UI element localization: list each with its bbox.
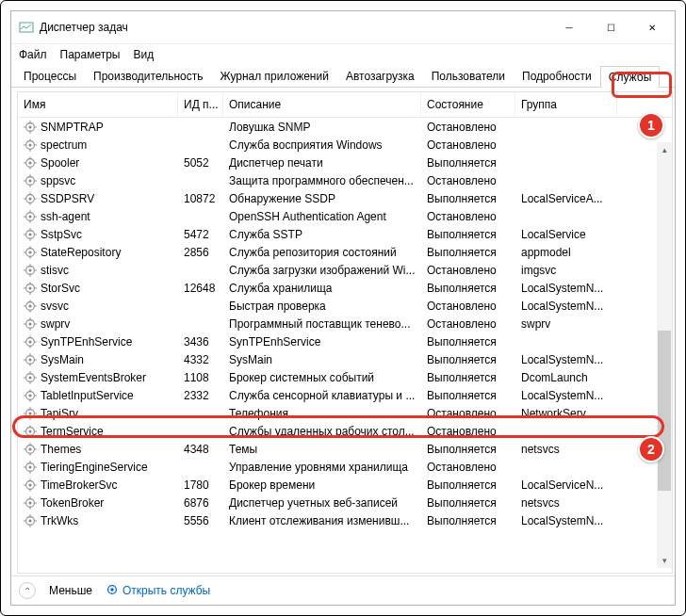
cell-name: sppsvc [41,174,75,187]
cell-description: Ловушка SNMP [223,121,421,134]
table-row[interactable]: SynTPEnhService3436SynTPEnhServiceВыполн… [18,332,672,350]
table-row[interactable]: svsvcБыстрая проверкаОстановленоLocalSys… [18,297,672,315]
svg-point-50 [28,268,31,271]
table-row[interactable]: SystemEventsBroker1108Брокер системных с… [18,368,672,386]
table-row[interactable]: TokenBroker6876Диспетчер учетных веб-зап… [18,494,672,511]
table-header: Имя ИД п... Описание Состояние Группа [18,92,672,118]
cell-pid: 10872 [178,192,223,205]
table-row[interactable]: SNMPTRAPЛовушка SNMPОстановлено [18,118,672,136]
cell-description: Быстрая проверка [223,300,421,313]
table-row[interactable]: StateRepository2856Служба репозитория со… [18,243,672,261]
service-icon [24,156,37,170]
menu-file[interactable]: Файл [19,46,47,63]
tab-services[interactable]: Службы [600,66,660,88]
table-row[interactable]: Themes4348ТемыВыполняетсяnetsvcs [18,440,672,458]
table-row[interactable]: TabletInputService2332Служба сенсорной к… [18,386,672,404]
cell-status: Выполняется [421,478,515,492]
col-description[interactable]: Описание [223,92,421,117]
tab-details[interactable]: Подробности [514,65,600,87]
cell-description: Защита программного обеспечен... [223,174,421,187]
cell-status: Выполняется [421,353,515,366]
service-icon [24,443,37,456]
table-row[interactable]: Spooler5052Диспетчер печатиВыполняется [18,154,672,171]
service-icon [24,478,37,492]
cell-group: NetworkServ... [515,407,617,420]
svg-point-98 [28,412,31,414]
table-row[interactable]: TapiSrvТелефонияОстановленоNetworkServ..… [18,404,672,422]
tab-processes[interactable]: Процессы [15,65,85,87]
svg-point-26 [28,197,31,200]
scroll-down-button[interactable]: ▾ [657,553,672,568]
table-row[interactable]: TimeBrokerSvc1780Брокер времениВыполняет… [18,476,672,494]
scroll-up-button[interactable]: ▴ [657,142,672,157]
table-row[interactable]: SysMain4332SysMainВыполняетсяLocalSystem… [18,350,672,368]
cell-name: StateRepository [41,246,121,259]
cell-group: LocalServiceN... [515,478,617,492]
fewer-details-button[interactable]: Меньше [49,584,92,597]
svg-point-104 [28,430,31,432]
table-row[interactable]: StorSvc12648Служба хранилищаВыполняетсяL… [18,279,672,297]
chevron-up-icon[interactable]: ⌃ [19,582,36,599]
svg-point-14 [28,161,31,164]
cell-status: Выполняется [421,496,515,510]
tab-startup[interactable]: Автозагрузка [337,65,423,87]
vertical-scrollbar[interactable]: ▴ ▾ [657,142,672,568]
table-row[interactable]: swprvПрограммный поставщик тенево...Оста… [18,315,672,332]
callout-badge-2: 2 [638,436,664,462]
cell-description: Брокер времени [223,478,421,492]
cell-description: Программный поставщик тенево... [223,317,421,331]
tab-users[interactable]: Пользователи [423,65,514,87]
cell-name: SNMPTRAP [41,121,104,134]
service-icon [24,192,37,205]
table-row[interactable]: sppsvcЗащита программного обеспечен...Ос… [18,171,672,189]
cell-group: LocalSystemN... [515,353,617,366]
col-group[interactable]: Группа [515,92,617,117]
minimize-button[interactable]: ─ [548,15,590,40]
menu-options[interactable]: Параметры [60,46,121,63]
close-button[interactable]: ✕ [631,15,673,40]
table-row[interactable]: TermServiceСлужбы удаленных рабочих стол… [18,422,672,440]
cell-description: Телефония [223,407,421,420]
table-row[interactable]: TieringEngineServiceУправление уровнями … [18,458,672,476]
scroll-thumb[interactable] [658,331,671,491]
cell-pid: 5472 [178,228,223,241]
cell-name: Themes [41,443,81,456]
svg-point-32 [28,215,31,218]
task-manager-window: Диспетчер задач ─ ☐ ✕ Файл Параметры Вид… [10,10,676,606]
menu-view[interactable]: Вид [133,46,154,63]
table-row[interactable]: SSDPSRV10872Обнаружение SSDPВыполняетсяL… [18,189,672,207]
cell-description: Службы удаленных рабочих стол... [223,425,421,438]
svg-point-80 [28,358,31,361]
col-status[interactable]: Состояние [421,92,515,117]
col-pid[interactable]: ИД п... [178,92,223,117]
cell-status: Выполняется [421,246,515,259]
svg-point-44 [28,251,31,253]
svg-point-38 [28,233,31,235]
cell-status: Остановлено [421,138,515,152]
table-row[interactable]: ssh-agentOpenSSH Authentication AgentОст… [18,207,672,225]
tab-performance[interactable]: Производительность [85,65,211,87]
cell-name: TimeBrokerSvc [41,478,118,492]
cell-pid: 5556 [178,514,223,527]
cell-name: TermService [41,425,104,438]
table-row[interactable]: TrkWks5556Клиент отслеживания изменивш..… [18,511,672,529]
open-services-link[interactable]: Открыть службы [106,583,210,599]
service-icon [24,317,37,331]
cell-pid: 1108 [178,371,223,384]
service-icon [24,461,37,474]
cell-pid: 4348 [178,443,223,456]
cell-status: Остановлено [421,407,515,420]
cell-status: Выполняется [421,514,515,527]
cell-name: SSDPSRV [41,192,94,205]
table-row[interactable]: spectrumСлужба восприятия WindowsОстанов… [18,136,672,154]
cell-group: DcomLaunch [515,371,617,384]
tab-app-history[interactable]: Журнал приложений [212,65,337,87]
col-name[interactable]: Имя [18,92,178,117]
tabs: Процессы Производительность Журнал прило… [11,65,675,88]
cell-status: Выполняется [421,335,515,349]
cell-name: stisvc [41,264,69,277]
maximize-button[interactable]: ☐ [590,15,631,40]
table-row[interactable]: stisvcСлужба загрузки изображений Wi...О… [18,261,672,279]
table-row[interactable]: SstpSvc5472Служба SSTPВыполняетсяLocalSe… [18,225,672,243]
cell-pid: 3436 [178,335,223,349]
